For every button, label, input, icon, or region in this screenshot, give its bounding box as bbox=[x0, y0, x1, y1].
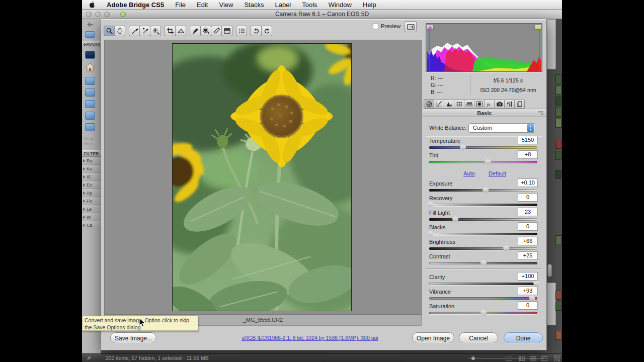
preview-checkbox[interactable] bbox=[373, 24, 378, 29]
red-eye-tool-button[interactable] bbox=[200, 26, 211, 36]
list-view-icon[interactable] bbox=[541, 356, 547, 361]
highlight-clipping-warning-button[interactable] bbox=[534, 24, 541, 30]
clarity-slider[interactable] bbox=[429, 283, 537, 285]
scrollbar-handle[interactable] bbox=[547, 264, 552, 277]
filter-keywords-row[interactable]: Ke bbox=[82, 165, 101, 173]
recovery-value-field[interactable]: 0 bbox=[518, 193, 538, 202]
thumbnail-size-slider-thumb[interactable] bbox=[471, 356, 475, 360]
preferences-tool-button[interactable] bbox=[236, 26, 247, 36]
tab-camera-calibration[interactable] bbox=[494, 99, 505, 109]
thumbnail[interactable] bbox=[555, 74, 561, 83]
filter-focal-length-row[interactable]: Fo bbox=[82, 197, 101, 205]
fill-light-value-field[interactable]: 23 bbox=[518, 208, 538, 216]
shadow-clipping-warning-button[interactable] bbox=[427, 24, 434, 30]
folder-icon[interactable] bbox=[85, 112, 95, 120]
grid-view-icon[interactable] bbox=[519, 356, 525, 361]
adjustment-brush-tool-button[interactable] bbox=[211, 26, 222, 36]
saturation-slider[interactable] bbox=[429, 312, 537, 314]
pin-icon[interactable] bbox=[86, 355, 92, 361]
slider-thumb[interactable] bbox=[529, 295, 535, 301]
slider-thumb[interactable] bbox=[427, 231, 434, 236]
vibrance-slider[interactable] bbox=[429, 297, 537, 300]
spot-removal-tool-button[interactable] bbox=[190, 26, 201, 36]
tab-tone-curve[interactable] bbox=[434, 99, 444, 109]
slider-thumb[interactable] bbox=[427, 202, 434, 207]
thumbnail[interactable] bbox=[555, 151, 561, 160]
tint-slider[interactable] bbox=[429, 161, 537, 163]
exposure-slider[interactable] bbox=[429, 189, 537, 192]
resize-grip[interactable] bbox=[554, 355, 560, 361]
thumbnail[interactable] bbox=[555, 119, 561, 128]
blacks-slider[interactable] bbox=[429, 233, 537, 235]
thumbnail[interactable] bbox=[555, 291, 561, 300]
filter-lens-row[interactable]: Le bbox=[82, 205, 101, 213]
menu-edit[interactable]: Edit bbox=[197, 1, 208, 9]
temperature-value-field[interactable]: 5150 bbox=[518, 136, 538, 144]
menu-tools[interactable]: Tools bbox=[302, 1, 317, 9]
contrast-slider[interactable] bbox=[429, 262, 537, 264]
exposure-value-field[interactable]: +0.10 bbox=[518, 178, 538, 187]
fill-light-slider[interactable] bbox=[429, 218, 537, 221]
menu-view[interactable]: View bbox=[219, 1, 233, 9]
tab-hsl-grayscale[interactable] bbox=[454, 99, 464, 109]
graduated-filter-tool-button[interactable] bbox=[221, 26, 232, 36]
thumbnail[interactable] bbox=[555, 331, 561, 340]
slider-thumb[interactable] bbox=[460, 144, 466, 150]
pictures-folder-icon[interactable] bbox=[85, 100, 95, 108]
blacks-value-field[interactable]: 0 bbox=[518, 222, 538, 231]
panel-menu-icon[interactable] bbox=[538, 111, 544, 115]
brightness-slider[interactable] bbox=[429, 247, 537, 250]
thumbnail[interactable] bbox=[555, 235, 561, 244]
filter-exposure-row[interactable]: Ex bbox=[82, 181, 101, 189]
tab-basic[interactable] bbox=[424, 99, 434, 109]
hand-tool-button[interactable] bbox=[114, 26, 125, 36]
crop-tool-button[interactable] bbox=[165, 26, 176, 36]
rotate-left-button[interactable] bbox=[251, 26, 262, 36]
slider-thumb[interactable] bbox=[452, 216, 459, 222]
slider-thumb[interactable] bbox=[485, 159, 491, 164]
thumbnail[interactable] bbox=[555, 85, 561, 95]
thumbnail[interactable] bbox=[555, 97, 561, 106]
tab-presets[interactable] bbox=[504, 99, 515, 109]
tab-snapshots[interactable] bbox=[514, 99, 525, 109]
filter-ratings-row[interactable]: Ra bbox=[82, 157, 101, 165]
auto-link[interactable]: Auto bbox=[463, 170, 475, 176]
workflow-options-link[interactable]: sRGB IEC61966-2.1; 8 bit; 1024 by 1536 (… bbox=[227, 335, 393, 341]
home-icon[interactable] bbox=[85, 63, 101, 73]
sunflower-photo[interactable] bbox=[172, 43, 352, 311]
detail-view-icon[interactable] bbox=[530, 356, 536, 361]
tab-split-toning[interactable] bbox=[464, 99, 474, 109]
documents-folder-icon[interactable] bbox=[85, 88, 95, 97]
favorites-tab[interactable]: FAVORITES bbox=[82, 41, 101, 47]
folder-path-icon[interactable] bbox=[85, 31, 95, 38]
slider-thumb[interactable] bbox=[482, 187, 489, 193]
straighten-tool-button[interactable] bbox=[175, 26, 186, 36]
thumbnail[interactable] bbox=[555, 170, 561, 179]
zoom-tool-button[interactable] bbox=[104, 26, 115, 36]
thumbnail[interactable] bbox=[555, 140, 561, 149]
thumbnail[interactable] bbox=[555, 108, 561, 117]
filter-tab[interactable]: FILTER bbox=[82, 150, 101, 157]
thumbnail[interactable] bbox=[555, 302, 561, 311]
menu-stacks[interactable]: Stacks bbox=[244, 1, 264, 9]
menu-app-name[interactable]: Adobe Bridge CS5 bbox=[107, 1, 164, 9]
clarity-value-field[interactable]: +100 bbox=[518, 272, 538, 281]
white-balance-select[interactable]: Custom ▲▼ bbox=[468, 123, 535, 133]
rotate-right-button[interactable] bbox=[261, 26, 272, 36]
slider-thumb[interactable] bbox=[533, 281, 540, 286]
brightness-value-field[interactable]: +66 bbox=[518, 237, 538, 245]
menu-file[interactable]: File bbox=[175, 1, 186, 9]
filter-iso-row[interactable]: IS bbox=[82, 173, 101, 181]
temperature-slider[interactable] bbox=[429, 146, 537, 149]
saturation-value-field[interactable]: 0 bbox=[518, 301, 538, 310]
color-sampler-tool-button[interactable] bbox=[139, 26, 150, 36]
computer-icon[interactable] bbox=[85, 51, 95, 59]
folder-icon[interactable] bbox=[85, 123, 95, 131]
slider-thumb[interactable] bbox=[503, 245, 510, 251]
fullscreen-toggle-button[interactable] bbox=[405, 21, 417, 32]
filter-camera-row[interactable]: Ca bbox=[82, 221, 101, 229]
apple-menu[interactable] bbox=[89, 1, 96, 9]
tab-detail[interactable] bbox=[444, 99, 454, 109]
menu-window[interactable]: Window bbox=[329, 1, 352, 9]
filter-white-balance-row[interactable]: W bbox=[82, 213, 101, 221]
